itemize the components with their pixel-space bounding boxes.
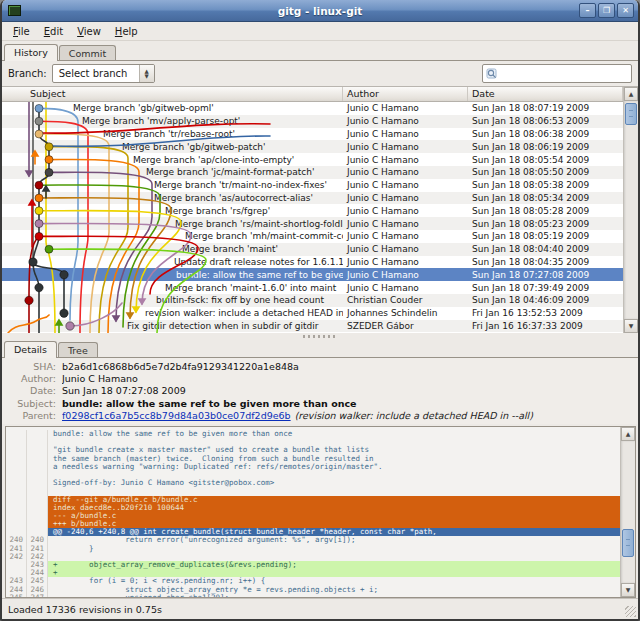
parent-label: Parent: [6,410,62,422]
commit-row[interactable]: Merge branch 'gb/gitweb-patch'Junio C Ha… [2,140,623,153]
search-input[interactable] [498,66,628,81]
parent-sha-link[interactable]: f0298cf1c6a7b5cc8b79d84a03b0ce07df2d9e6b [62,410,291,421]
branch-stepper[interactable]: ▲ ▼ [139,65,154,82]
commit-author: Junio C Hamano [343,219,468,229]
commit-row[interactable]: Merge branch 'ap/clone-into-empty'Junio … [2,153,623,166]
diff-lines: bundle: allow the same ref to be given m… [6,427,620,597]
scroll-up-icon[interactable]: ▲ [621,427,635,441]
commit-subject: builtin-fsck: fix off by one head count [2,295,343,305]
commit-row[interactable]: Merge branch 'maint'Junio C HamanoSun Ja… [2,243,623,256]
commit-date: Sun Jan 18 04:46:09 2009 [468,295,623,305]
commit-subject: bundle: allow the same ref to be given m… [2,270,343,280]
diff-line-msg [6,438,620,446]
sha-label: SHA: [6,361,62,373]
diff-line-file: diff --git a/bundle.c b/bundle.c [6,496,620,504]
diff-view: bundle: allow the same ref to be given m… [5,426,636,598]
list-scroll-track[interactable] [624,101,638,319]
commit-author: Junio C Hamano [343,167,468,177]
column-date[interactable]: Date [468,87,623,101]
commit-subject: Merge branch 'jc/maint-format-patch' [2,167,343,177]
menu-item-file[interactable]: File [6,24,37,39]
branch-label: Branch: [8,68,47,79]
column-author[interactable]: Author [343,87,468,101]
date-value: Sun Jan 18 07:27:08 2009 [62,385,186,397]
title-bar[interactable]: gitg - linux-git – ❐ ✕ [2,0,638,22]
commit-author: Junio C Hamano [343,142,468,152]
diff-line-add: 244+ [6,569,620,577]
scroll-down-icon[interactable]: ▼ [621,583,635,597]
branch-select-value: Select branch [53,65,139,82]
menu-item-edit[interactable]: Edit [37,24,70,39]
commit-row[interactable]: Merge branch 'maint-1.6.0' into maintJun… [2,281,623,294]
author-label: Author: [6,373,62,385]
tab-history[interactable]: History [4,44,58,61]
status-text: Loaded 17336 revisions in 0.75s [8,604,162,615]
subject-value: bundle: allow the same ref to be given m… [62,398,357,410]
diff-scroll-track[interactable] [621,441,635,583]
tab-tree[interactable]: Tree [58,342,98,357]
commit-row[interactable]: bundle: allow the same ref to be given m… [2,268,623,281]
diff-line-ctx: 241241 } [6,545,620,553]
details-tabstrip: Details Tree [2,340,638,357]
commit-date: Sun Jan 18 07:27:08 2009 [468,270,623,280]
commit-author: Johannes Schindelin [343,308,468,318]
commit-row[interactable]: Update draft release notes for 1.6.1.1Ju… [2,256,623,269]
branch-toolbar: Branch: Select branch ▲ ▼ [2,61,638,86]
commit-row[interactable]: Fix gitdir detection when in subdir of g… [2,320,623,333]
commit-row[interactable]: Merge branch 'rs/maint-shortlog-foldline… [2,217,623,230]
commit-date: Sun Jan 18 08:05:23 2009 [468,219,623,229]
commit-row[interactable]: Merge branch 'rs/fgrep'Junio C HamanoSun… [2,204,623,217]
menu-bar: FileEditViewHelp [2,22,638,41]
menu-item-view[interactable]: View [70,24,108,39]
diff-scrollbar[interactable]: ▲ ▼ [620,427,635,597]
resize-grip-icon[interactable] [625,606,636,617]
commit-subject: Merge branch 'tr/rebase-root' [2,129,343,139]
details-pane: SHA: b2a6d1c6868b6d5e7d2b4fa9129341220a1… [2,357,638,424]
scroll-down-icon[interactable]: ▼ [624,319,638,333]
close-button[interactable]: ✕ [617,3,634,18]
commit-author: Junio C Hamano [343,257,468,267]
diff-line-msg [6,487,620,495]
branch-select[interactable]: Select branch ▲ ▼ [52,64,155,83]
commit-row[interactable]: Merge branch 'mh/maint-commit-color-stat… [2,230,623,243]
commit-author: Junio C Hamano [343,244,468,254]
scroll-up-icon[interactable]: ▲ [624,87,638,101]
commit-subject: revision walker: include a detached HEAD… [2,308,343,318]
commit-row[interactable]: builtin-fsck: fix off by one head countC… [2,294,623,307]
minimize-button[interactable]: – [579,3,596,18]
diff-line-msg: the same branch (master) twice. Cloning … [6,455,620,463]
diff-line-msg: "git bundle create x master master" used… [6,446,620,454]
diff-line-ctx: 244246 struct object_array_entry *e = re… [6,586,620,594]
commit-subject: Merge branch 'gb/gitweb-opml' [2,103,343,113]
search-box[interactable] [482,64,632,83]
diff-line-file: --- a/bundle.c [6,512,620,520]
commit-subject: Merge branch 'rs/maint-shortlog-foldline… [2,219,343,229]
tab-details[interactable]: Details [4,341,57,358]
commit-row[interactable]: Merge branch 'tr/rebase-root'Junio C Ham… [2,128,623,141]
commit-row[interactable]: Merge branch 'as/autocorrect-alias'Junio… [2,192,623,205]
list-scrollbar[interactable]: ▲ ▼ [623,87,638,333]
diff-scroll-thumb[interactable] [622,529,634,557]
commit-row[interactable]: Merge branch 'gb/gitweb-opml'Junio C Ham… [2,102,623,115]
commit-row[interactable]: Merge branch 'tr/maint-no-index-fixes'Ju… [2,179,623,192]
commit-row[interactable]: revision walker: include a detached HEAD… [2,307,623,320]
diff-line-msg: bundle: allow the same ref to be given m… [6,430,620,438]
commit-subject: Merge branch 'maint' [2,244,343,254]
commit-subject: Merge branch 'maint-1.6.0' into maint [2,283,343,293]
commit-author: Junio C Hamano [343,116,468,126]
commit-date: Sun Jan 18 08:05:50 2009 [468,167,623,177]
app-icon [8,5,21,16]
diff-line-msg: Signed-off-by: Junio C Hamano <gitster@p… [6,479,620,487]
menu-item-help[interactable]: Help [108,24,145,39]
sha-value: b2a6d1c6868b6d5e7d2b4fa9129341220a1e848a [62,361,299,373]
maximize-button[interactable]: ❐ [598,3,615,18]
pane-splitter[interactable] [2,333,638,340]
diff-line-ctx: 243245 for (i = 0; i < revs.pending.nr; … [6,577,620,585]
tab-commit[interactable]: Commit [59,45,116,60]
commit-row[interactable]: Merge branch 'mv/apply-parse-opt'Junio C… [2,115,623,128]
list-scroll-thumb[interactable] [625,103,637,125]
column-subject[interactable]: Subject [2,87,343,101]
commit-row[interactable]: Merge branch 'jc/maint-format-patch'Juni… [2,166,623,179]
diff-line-msg [6,471,620,479]
commit-date: Sun Jan 18 07:39:49 2009 [468,283,623,293]
